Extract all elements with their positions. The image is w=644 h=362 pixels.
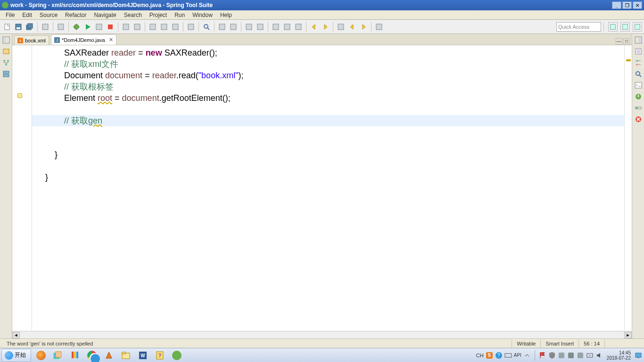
editor-tab-1[interactable]: J*Dom4JDemo.java✕: [51, 34, 116, 45]
forward-button[interactable]: [320, 22, 330, 32]
security-tray-icon[interactable]: [548, 352, 556, 359]
menu-refactor[interactable]: Refactor: [61, 11, 90, 19]
close-button[interactable]: ✕: [633, 1, 642, 9]
last-edit-button[interactable]: [336, 22, 346, 32]
menu-source[interactable]: Source: [36, 11, 61, 19]
prev-ann-button[interactable]: [282, 22, 292, 32]
menu-run[interactable]: Run: [171, 11, 189, 19]
folding-gutter[interactable]: [12, 45, 17, 331]
nav-back-button[interactable]: [347, 22, 357, 32]
annotations-button[interactable]: [228, 22, 239, 32]
maximize-button[interactable]: ❐: [622, 1, 632, 9]
foxit-icon[interactable]: [101, 349, 116, 362]
save-button[interactable]: [13, 22, 24, 32]
tasks-button[interactable]: [217, 22, 227, 32]
tray-app3-icon[interactable]: [577, 352, 584, 359]
volume-icon[interactable]: [595, 352, 603, 359]
search-view-icon[interactable]: [634, 70, 643, 78]
network-icon[interactable]: [586, 352, 594, 359]
menu-edit[interactable]: Edit: [18, 11, 36, 19]
open-type-button[interactable]: [186, 22, 196, 32]
api-indicator[interactable]: API: [514, 353, 521, 358]
annotation-gutter[interactable]: [17, 45, 24, 331]
flag-icon[interactable]: [539, 352, 546, 359]
menu-file[interactable]: File: [2, 11, 18, 19]
menu-window[interactable]: Window: [189, 11, 216, 19]
restore-view-icon[interactable]: [2, 36, 10, 44]
sogou-icon[interactable]: S: [486, 352, 493, 359]
run-button[interactable]: [83, 22, 93, 32]
restore-view-right-icon[interactable]: [634, 36, 643, 44]
spring-tool-icon[interactable]: [169, 349, 184, 362]
build-button[interactable]: [56, 22, 66, 32]
menu-navigate[interactable]: Navigate: [90, 11, 120, 19]
overview-ruler[interactable]: [624, 45, 632, 331]
show-desktop-icon[interactable]: [635, 352, 642, 359]
step-button[interactable]: [293, 22, 304, 32]
type-hierarchy-icon[interactable]: [2, 58, 10, 67]
keyboard-icon[interactable]: [504, 352, 512, 359]
toggle-bp-button[interactable]: [244, 22, 254, 32]
tab-close-icon[interactable]: ✕: [109, 37, 113, 43]
tray-app1-icon[interactable]: [558, 352, 565, 359]
problems-icon[interactable]: [634, 115, 643, 123]
scroll-right-icon[interactable]: ►: [624, 332, 632, 338]
nav-fwd-button[interactable]: [358, 22, 369, 32]
line-number-ruler[interactable]: [24, 45, 32, 331]
minimize-button[interactable]: _: [612, 1, 621, 9]
servers-view-icon[interactable]: [2, 70, 10, 78]
new-class-button[interactable]: [159, 22, 169, 32]
run-ext-button[interactable]: [121, 22, 131, 32]
print-button[interactable]: [40, 22, 50, 32]
help-icon[interactable]: ?: [152, 349, 167, 362]
status-insert-mode[interactable]: Smart Insert: [540, 339, 578, 348]
scroll-left-icon[interactable]: ◄: [12, 332, 20, 338]
new-server-button[interactable]: [148, 22, 158, 32]
menu-search[interactable]: Search: [120, 11, 146, 19]
skip-bp-button[interactable]: [255, 22, 265, 32]
help-tray-icon[interactable]: ?: [495, 352, 503, 359]
tray-app2-icon[interactable]: [567, 352, 575, 359]
firefox-icon[interactable]: [33, 349, 49, 362]
stop-button[interactable]: [105, 22, 116, 32]
run-last-button[interactable]: [94, 22, 104, 32]
menu-help[interactable]: Help: [216, 11, 236, 19]
outline-icon[interactable]: [634, 58, 643, 67]
tray-clock[interactable]: 14:45 2018-07-22: [605, 350, 633, 361]
boot-dashboard-icon[interactable]: [634, 92, 643, 101]
new-button[interactable]: [2, 22, 12, 32]
java-perspective-button[interactable]: [633, 22, 642, 32]
horizontal-scrollbar[interactable]: ◄ ►: [12, 331, 632, 338]
new-package-button[interactable]: [170, 22, 181, 32]
progress-icon[interactable]: [634, 104, 643, 112]
next-ann-button[interactable]: [271, 22, 281, 32]
source-code[interactable]: SAXReader reader = new SAXReader(); // 获…: [32, 45, 624, 185]
editor-maximize-icon[interactable]: □: [623, 38, 630, 45]
chrome-icon[interactable]: [84, 349, 99, 362]
warning-marker-icon[interactable]: [17, 93, 22, 98]
console-icon[interactable]: [634, 81, 643, 90]
editor-minimize-icon[interactable]: —: [616, 38, 622, 45]
debug-button[interactable]: [71, 22, 82, 32]
menu-project[interactable]: Project: [146, 11, 171, 19]
perspective-open-button[interactable]: [608, 22, 618, 32]
paint-icon[interactable]: [67, 349, 83, 362]
editor-tab-0[interactable]: Xbook.xml: [14, 35, 49, 45]
package-explorer-icon[interactable]: [2, 47, 10, 56]
status-cursor-pos[interactable]: 56 : 14: [578, 339, 604, 348]
start-button[interactable]: 开始: [1, 349, 31, 362]
file-explorer-icon[interactable]: [118, 349, 133, 362]
overview-warning-mark[interactable]: [626, 59, 631, 61]
save-all-button[interactable]: [25, 22, 35, 32]
spring-perspective-button[interactable]: [620, 22, 630, 32]
status-writable[interactable]: Writable: [512, 339, 540, 348]
task-list-icon[interactable]: [634, 47, 643, 56]
word-icon[interactable]: W: [135, 349, 150, 362]
ime-indicator[interactable]: CH: [476, 353, 484, 358]
back-button[interactable]: [309, 22, 319, 32]
explorer-stack-icon[interactable]: [50, 349, 66, 362]
code-viewport[interactable]: SAXReader reader = new SAXReader(); // 获…: [32, 45, 624, 331]
tray-expand-icon[interactable]: [523, 352, 531, 359]
pin-button[interactable]: [374, 22, 384, 32]
coverage-button[interactable]: [132, 22, 142, 32]
